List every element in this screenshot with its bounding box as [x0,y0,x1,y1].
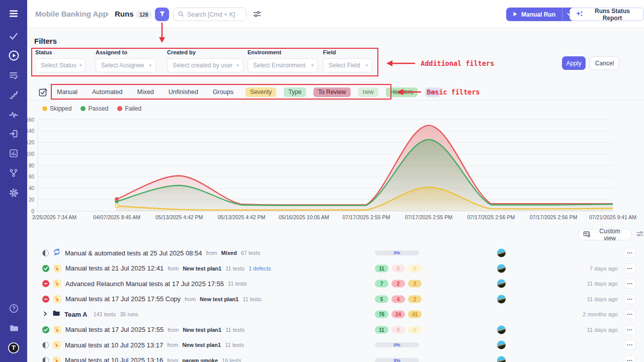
row-results: 1100 [375,326,422,333]
run-title: Manual tests at 17 Jul 2025 17:55 [65,326,164,333]
row-menu-button[interactable]: ••• [624,309,636,319]
skipped-count-badge: 2 [408,280,422,288]
run-row[interactable]: Manual & automated tests at 25 Jul 2025 … [27,245,644,260]
tab-unfinished[interactable]: Unfinished [169,88,198,96]
row-menu-button[interactable]: ••• [624,355,636,362]
row-main: Manual tests at 10 Jul 2025 13:17fromNew… [42,337,244,352]
passed-count-badge: 76 [375,311,388,318]
manual-run-button[interactable]: Manual Run [506,8,562,21]
svg-text:07/21/2025 9:41 AM: 07/21/2025 9:41 AM [589,214,636,220]
select-environment[interactable]: Select Environment▾ [248,58,318,72]
search-settings-sliders-icon[interactable] [253,10,262,21]
manual-run-split-button[interactable]: Manual Run [506,8,576,21]
list-settings-sliders-icon[interactable] [636,230,644,240]
passed-count-badge: 11 [375,326,388,333]
table-gear-icon [583,230,590,239]
select-placeholder: Select Assignee [101,62,144,69]
projects-folder-icon[interactable] [0,321,27,334]
select-created-by[interactable]: Select created by user▾ [167,58,244,72]
run-row[interactable]: Advanced Relaunch Manual tests at 17 Jul… [27,276,644,291]
filters-title: Filters [34,37,57,45]
tag-type[interactable]: Type [284,87,306,97]
filter-label: Created by [167,49,244,55]
tag-new[interactable]: new [358,87,378,97]
row-menu-button[interactable]: ••• [624,263,636,274]
tag-severity[interactable]: Severity [246,87,276,97]
run-row[interactable]: Manual tests at 21 Jul 2025 12:41fromNew… [27,261,644,276]
group-runs-count: 35 runs [120,311,138,317]
run-title: Manual tests at 10 Jul 2025 13:16 [65,356,163,362]
legend-failed: Failed [117,105,141,112]
tag-to-review[interactable]: To Review [313,87,350,97]
runs-play-circle-icon[interactable] [0,49,27,62]
run-row[interactable]: Manual tests at 10 Jul 2025 13:16frompar… [27,353,644,362]
filter-toggle-button[interactable] [155,8,169,21]
chevron-right-icon[interactable] [42,310,48,319]
runs-status-report-button[interactable]: Runs Status Report [570,8,644,21]
row-menu-button[interactable]: ••• [624,279,636,289]
failed-status-icon [42,296,49,303]
run-source-plan: New test plan1 [182,342,221,348]
filter-label: Status [35,49,86,55]
filter-field-created-by: Created bySelect created by user▾ [167,49,244,72]
additional-filters-annotation: Additional filters [421,59,494,67]
stairs-icon[interactable] [0,88,27,102]
tag-headers[interactable]: Headers [386,87,418,97]
svg-text:20: 20 [29,197,35,203]
svg-text:100: 100 [27,151,34,157]
row-menu-button[interactable]: ••• [624,325,636,335]
custom-view-button[interactable]: Custom view [578,229,632,240]
row-menu-button[interactable]: ••• [624,340,636,350]
custom-view-bar: Custom view [578,229,644,240]
run-row[interactable]: Manual tests at 17 Jul 2025 17:55 Copyfr… [27,292,644,307]
run-tests-count: 11 tests [225,342,244,348]
gear-icon[interactable] [0,186,27,199]
tests-check-icon[interactable] [0,30,27,43]
run-tests-count: 11 tests [243,296,262,302]
compose-check-icon[interactable] [38,87,48,99]
play-icon [513,11,518,18]
group-row[interactable]: Team A141 tests35 runs7624412 months ago… [27,307,644,322]
svg-text:0: 0 [31,209,34,214]
row-results: 0% [375,358,419,362]
run-row[interactable]: Manual tests at 10 Jul 2025 13:17fromNew… [27,337,644,352]
help-question-icon[interactable]: ? [0,302,27,315]
test-plans-list-check-icon[interactable] [0,69,27,82]
divider [27,100,644,101]
branch-icon[interactable] [0,166,27,179]
row-menu-button[interactable]: ••• [624,248,636,258]
basic-filters-annotation: Basic filters [427,88,480,96]
defects-link[interactable]: 1 defects [249,265,271,272]
pulse-icon[interactable] [0,108,27,121]
row-main: Manual tests at 17 Jul 2025 17:55 Copyfr… [42,292,262,307]
bar-chart-icon[interactable] [0,147,27,160]
tab-groups[interactable]: Groups [213,88,233,96]
progress-label: 0% [375,250,419,255]
environment-avatar [497,356,506,362]
run-time: 11 days ago [587,296,618,302]
tab-automated[interactable]: Automated [92,88,122,96]
select-status[interactable]: Select Status▾ [35,58,86,72]
row-results: 1100 [375,264,422,272]
select-placeholder: Select Status [41,62,76,69]
import-icon[interactable] [0,127,27,140]
select-field[interactable]: Select Field▾ [323,58,372,72]
row-menu-button[interactable]: ••• [624,294,636,304]
search-box[interactable] [173,8,247,21]
apply-button[interactable]: Apply [562,56,586,70]
run-row[interactable]: Manual tests at 17 Jul 2025 17:55fromNew… [27,322,644,337]
svg-text:07/17/2025 2:55 PM: 07/17/2025 2:55 PM [343,214,390,220]
app-logo[interactable]: T [0,341,27,355]
filter-label: Assigned to [96,49,156,55]
hamburger-icon[interactable] [0,7,27,20]
tab-manual[interactable]: Manual [57,88,77,96]
breadcrumb-project[interactable]: Mobile Banking App [35,10,108,18]
cancel-button[interactable]: Cancel [590,56,619,70]
select-assigned-to[interactable]: Select Assignee▾ [96,58,156,72]
tab-mixed[interactable]: Mixed [137,88,153,96]
filter-field-assigned-to: Assigned toSelect Assignee▾ [96,49,156,72]
search-input[interactable] [187,11,243,18]
svg-text:05/16/2025 10:05 AM: 05/16/2025 10:05 AM [279,214,329,220]
failed-status-icon [42,280,49,287]
chevron-down-icon: ▾ [311,63,313,68]
